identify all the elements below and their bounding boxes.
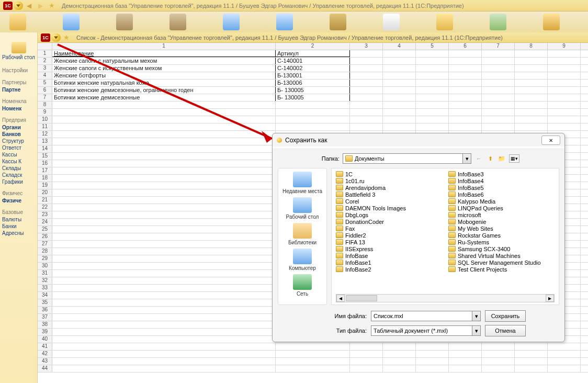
folder-item[interactable]: Fiddler2 [336,232,442,239]
col-header-8[interactable]: 8 [515,43,548,50]
app-1c-icon[interactable]: 1C [3,2,13,10]
chevron-down-icon[interactable]: ▾ [472,311,480,321]
sidebar-link[interactable]: Банки [0,223,37,230]
scroll-thumb[interactable] [346,295,377,301]
folder-item[interactable]: SQL Server Management Studio [448,259,555,266]
table-row[interactable]: 7Ботинки женские демисезонныеБ- 130005 [38,94,588,102]
toolbar-icon-7[interactable] [330,14,346,30]
cancel-button[interactable]: Отмена [485,325,526,336]
folder-item[interactable]: IISExpress [336,245,442,252]
col-header-5[interactable]: 5 [416,43,449,50]
sidebar-link[interactable]: Графики [0,178,37,185]
folder-item[interactable]: InfoBase4 [448,177,555,184]
sidebar-link[interactable]: Банков [0,131,37,138]
folder-item[interactable]: Test Client Projects [448,266,555,273]
toolbar-icon-9[interactable] [436,14,453,30]
folder-item[interactable]: 1c01.ru [336,177,442,184]
folder-item[interactable]: Mobogenie [448,218,555,225]
table-row[interactable]: 43 [38,358,588,365]
dialog-close-button[interactable]: ✕ [541,136,560,145]
folder-item[interactable]: Battlefield 3 [336,191,442,198]
place-item[interactable]: Библиотеки [288,223,316,245]
table-row[interactable]: 41 [38,343,588,351]
header-name[interactable]: Наименование [52,50,276,57]
toolbar-icon-6[interactable] [276,14,293,30]
sidebar-link[interactable]: Валюты [0,216,37,223]
table-row[interactable]: 42 [38,351,588,358]
folder-item[interactable]: microsoft [448,211,555,218]
col-header-9[interactable]: 9 [548,43,581,50]
folder-item[interactable]: Arendavipdoma [336,184,442,191]
inner-menu-dropdown[interactable] [51,33,61,42]
folder-item[interactable]: DonationCoder [336,218,442,225]
chevron-down-icon[interactable]: ▾ [462,154,471,163]
scroll-right-button[interactable]: ▶ [546,295,554,302]
scroll-left-button[interactable]: ◀ [336,295,345,302]
folder-item[interactable]: 1C [336,171,442,177]
place-item[interactable]: Рабочий стол [286,197,319,220]
place-item[interactable]: Сеть [293,274,312,297]
sidebar-link[interactable]: Партне [0,86,37,93]
col-header-4[interactable]: 4 [383,43,416,50]
folder-item[interactable]: InfoBase6 [448,191,555,198]
folder-item[interactable]: Corel [336,198,442,205]
folder-item[interactable]: Rockstar Games [448,232,555,239]
chevron-down-icon[interactable]: ▾ [472,326,480,335]
table-row[interactable]: 5Ботинки женские натуральная кожаБ-13000… [38,80,588,87]
nav-forward-icon[interactable]: ▶ [36,2,45,10]
sidebar-link[interactable]: Складск [0,172,37,178]
sidebar-link[interactable]: Органи [0,124,37,131]
table-row[interactable]: 4Женские ботфортыБ-130001 [38,72,588,80]
toolbar-icon-11[interactable] [543,14,560,30]
sidebar-link[interactable]: Адресны [0,230,37,236]
inner-1c-icon[interactable]: 1C [41,33,50,42]
folder-item[interactable]: InfoBase [336,252,442,259]
col-header-1[interactable]: 1 [52,43,276,50]
dialog-titlebar[interactable]: Сохранить как ✕ [273,133,564,148]
folder-item[interactable]: My Web Sites [448,225,555,232]
table-row[interactable]: 8 [38,102,588,109]
folder-item[interactable]: DAEMON Tools Images [336,205,442,211]
col-header-6[interactable]: 6 [449,43,482,50]
toolbar-icon-10[interactable] [490,14,506,30]
folder-item[interactable]: LINQPad Queries [448,205,555,211]
table-row[interactable]: 6Ботинки женские демисезонные, ограничен… [38,87,588,94]
folder-item[interactable]: InfoBase5 [448,184,555,191]
toolbar-icon-3[interactable] [116,14,133,30]
table-row[interactable]: 9 [38,109,588,116]
col-header-2[interactable]: 2 [276,43,350,50]
toolbar-icon-4[interactable] [169,14,186,30]
sidebar-desktop-button[interactable]: Рабочий стол [0,35,37,62]
nav-back-icon[interactable]: ◀ [24,2,33,10]
folder-item[interactable]: InfoBase1 [336,259,442,266]
favorites-icon[interactable]: ★ [47,2,56,10]
folder-item[interactable]: Shared Virtual Machines [448,252,555,259]
view-menu-icon[interactable]: ▦▾ [509,154,519,163]
table-row[interactable]: 11 [38,123,588,131]
col-header-3[interactable]: 3 [350,43,383,50]
place-item[interactable]: Компьютер [289,249,316,271]
horizontal-scrollbar[interactable]: ◀ ▶ [336,294,555,302]
toolbar-icon-8[interactable] [383,14,400,30]
folder-item[interactable]: InfoBase2 [336,266,442,273]
folder-up-icon[interactable]: ⬆ [486,154,494,163]
table-row[interactable]: 10 [38,116,588,123]
sidebar-link[interactable]: Кассы [0,151,37,158]
back-arrow-icon[interactable]: ← [474,154,483,163]
save-button[interactable]: Сохранить [485,310,526,322]
toolbar-icon-5[interactable] [223,14,240,30]
filename-input[interactable]: Список.mxl ▾ [371,311,481,321]
folder-item[interactable]: Samsung SCX-3400 [448,245,555,252]
place-item[interactable]: Недавние места [282,172,322,194]
folder-item[interactable]: FIFA 13 [336,239,442,245]
folder-combo[interactable]: Документы ▾ [343,153,471,164]
col-header-7[interactable]: 7 [482,43,515,50]
inner-favorites-icon[interactable]: ★ [62,33,71,42]
table-row[interactable]: 3Женские сапоги с искусственным мехомС-1… [38,65,588,72]
sidebar-link[interactable]: Склады [0,165,37,172]
filetype-combo[interactable]: Табличный документ (*.mxl) ▾ [371,325,481,336]
sidebar-link[interactable]: Номенк [0,105,37,112]
sidebar-link[interactable]: Структур [0,138,37,144]
sidebar-link[interactable]: Кассы К [0,158,37,165]
sidebar-link[interactable]: Ответст [0,144,37,151]
